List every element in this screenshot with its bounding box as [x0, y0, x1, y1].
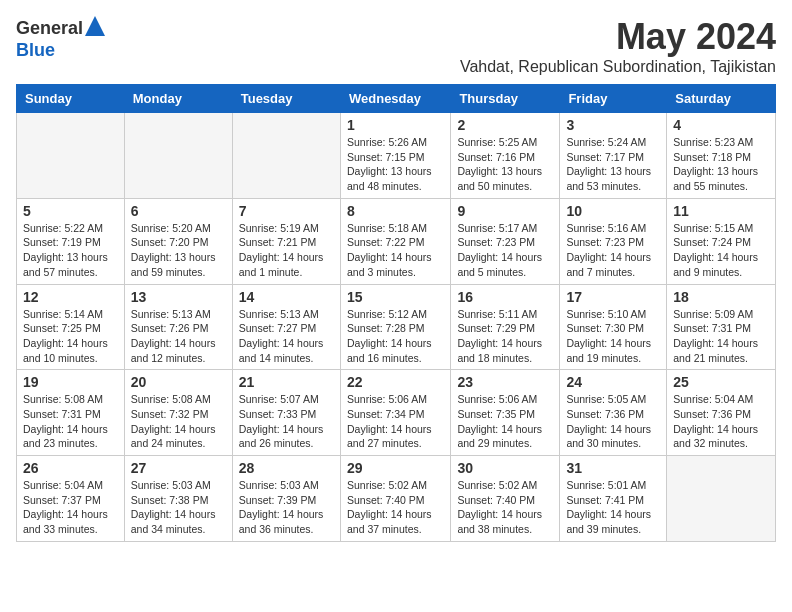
- header-wednesday: Wednesday: [340, 85, 450, 113]
- day-number: 2: [457, 117, 553, 133]
- day-cell-26: 26Sunrise: 5:04 AMSunset: 7:37 PMDayligh…: [17, 456, 125, 542]
- empty-cell: [124, 113, 232, 199]
- day-number: 13: [131, 289, 226, 305]
- day-cell-9: 9Sunrise: 5:17 AMSunset: 7:23 PMDaylight…: [451, 198, 560, 284]
- day-info: Sunrise: 5:16 AMSunset: 7:23 PMDaylight:…: [566, 221, 660, 280]
- day-info: Sunrise: 5:13 AMSunset: 7:26 PMDaylight:…: [131, 307, 226, 366]
- day-number: 14: [239, 289, 334, 305]
- day-number: 17: [566, 289, 660, 305]
- day-info: Sunrise: 5:06 AMSunset: 7:35 PMDaylight:…: [457, 392, 553, 451]
- header-thursday: Thursday: [451, 85, 560, 113]
- header-monday: Monday: [124, 85, 232, 113]
- logo-icon: [85, 16, 105, 36]
- day-info: Sunrise: 5:08 AMSunset: 7:32 PMDaylight:…: [131, 392, 226, 451]
- day-number: 31: [566, 460, 660, 476]
- empty-cell: [232, 113, 340, 199]
- page-header: General Blue May 2024 Vahdat, Republican…: [16, 16, 776, 76]
- day-number: 23: [457, 374, 553, 390]
- day-info: Sunrise: 5:03 AMSunset: 7:38 PMDaylight:…: [131, 478, 226, 537]
- day-number: 28: [239, 460, 334, 476]
- day-info: Sunrise: 5:12 AMSunset: 7:28 PMDaylight:…: [347, 307, 444, 366]
- day-cell-29: 29Sunrise: 5:02 AMSunset: 7:40 PMDayligh…: [340, 456, 450, 542]
- day-cell-24: 24Sunrise: 5:05 AMSunset: 7:36 PMDayligh…: [560, 370, 667, 456]
- month-title: May 2024: [460, 16, 776, 58]
- day-number: 25: [673, 374, 769, 390]
- day-info: Sunrise: 5:18 AMSunset: 7:22 PMDaylight:…: [347, 221, 444, 280]
- empty-cell: [667, 456, 776, 542]
- header-tuesday: Tuesday: [232, 85, 340, 113]
- calendar-header-row: SundayMondayTuesdayWednesdayThursdayFrid…: [17, 85, 776, 113]
- day-info: Sunrise: 5:17 AMSunset: 7:23 PMDaylight:…: [457, 221, 553, 280]
- day-cell-22: 22Sunrise: 5:06 AMSunset: 7:34 PMDayligh…: [340, 370, 450, 456]
- day-cell-7: 7Sunrise: 5:19 AMSunset: 7:21 PMDaylight…: [232, 198, 340, 284]
- week-row-1: 1Sunrise: 5:26 AMSunset: 7:15 PMDaylight…: [17, 113, 776, 199]
- title-block: May 2024 Vahdat, Republican Subordinatio…: [460, 16, 776, 76]
- day-number: 16: [457, 289, 553, 305]
- day-number: 8: [347, 203, 444, 219]
- day-info: Sunrise: 5:04 AMSunset: 7:36 PMDaylight:…: [673, 392, 769, 451]
- location-title: Vahdat, Republican Subordination, Tajiki…: [460, 58, 776, 76]
- day-info: Sunrise: 5:09 AMSunset: 7:31 PMDaylight:…: [673, 307, 769, 366]
- day-info: Sunrise: 5:04 AMSunset: 7:37 PMDaylight:…: [23, 478, 118, 537]
- day-cell-30: 30Sunrise: 5:02 AMSunset: 7:40 PMDayligh…: [451, 456, 560, 542]
- header-sunday: Sunday: [17, 85, 125, 113]
- week-row-2: 5Sunrise: 5:22 AMSunset: 7:19 PMDaylight…: [17, 198, 776, 284]
- svg-marker-0: [85, 16, 105, 36]
- day-cell-11: 11Sunrise: 5:15 AMSunset: 7:24 PMDayligh…: [667, 198, 776, 284]
- day-info: Sunrise: 5:06 AMSunset: 7:34 PMDaylight:…: [347, 392, 444, 451]
- header-saturday: Saturday: [667, 85, 776, 113]
- header-friday: Friday: [560, 85, 667, 113]
- day-cell-21: 21Sunrise: 5:07 AMSunset: 7:33 PMDayligh…: [232, 370, 340, 456]
- day-info: Sunrise: 5:25 AMSunset: 7:16 PMDaylight:…: [457, 135, 553, 194]
- day-number: 9: [457, 203, 553, 219]
- day-number: 29: [347, 460, 444, 476]
- day-number: 20: [131, 374, 226, 390]
- day-cell-13: 13Sunrise: 5:13 AMSunset: 7:26 PMDayligh…: [124, 284, 232, 370]
- week-row-5: 26Sunrise: 5:04 AMSunset: 7:37 PMDayligh…: [17, 456, 776, 542]
- day-info: Sunrise: 5:01 AMSunset: 7:41 PMDaylight:…: [566, 478, 660, 537]
- logo-general: General: [16, 18, 83, 39]
- week-row-3: 12Sunrise: 5:14 AMSunset: 7:25 PMDayligh…: [17, 284, 776, 370]
- day-info: Sunrise: 5:11 AMSunset: 7:29 PMDaylight:…: [457, 307, 553, 366]
- day-cell-1: 1Sunrise: 5:26 AMSunset: 7:15 PMDaylight…: [340, 113, 450, 199]
- day-number: 22: [347, 374, 444, 390]
- day-cell-12: 12Sunrise: 5:14 AMSunset: 7:25 PMDayligh…: [17, 284, 125, 370]
- day-number: 30: [457, 460, 553, 476]
- day-number: 12: [23, 289, 118, 305]
- day-info: Sunrise: 5:08 AMSunset: 7:31 PMDaylight:…: [23, 392, 118, 451]
- day-info: Sunrise: 5:26 AMSunset: 7:15 PMDaylight:…: [347, 135, 444, 194]
- day-info: Sunrise: 5:05 AMSunset: 7:36 PMDaylight:…: [566, 392, 660, 451]
- day-cell-25: 25Sunrise: 5:04 AMSunset: 7:36 PMDayligh…: [667, 370, 776, 456]
- logo-blue: Blue: [16, 40, 55, 61]
- day-cell-6: 6Sunrise: 5:20 AMSunset: 7:20 PMDaylight…: [124, 198, 232, 284]
- logo: General Blue: [16, 16, 105, 61]
- day-cell-20: 20Sunrise: 5:08 AMSunset: 7:32 PMDayligh…: [124, 370, 232, 456]
- day-cell-16: 16Sunrise: 5:11 AMSunset: 7:29 PMDayligh…: [451, 284, 560, 370]
- day-info: Sunrise: 5:03 AMSunset: 7:39 PMDaylight:…: [239, 478, 334, 537]
- day-info: Sunrise: 5:22 AMSunset: 7:19 PMDaylight:…: [23, 221, 118, 280]
- week-row-4: 19Sunrise: 5:08 AMSunset: 7:31 PMDayligh…: [17, 370, 776, 456]
- day-number: 11: [673, 203, 769, 219]
- day-number: 15: [347, 289, 444, 305]
- day-info: Sunrise: 5:07 AMSunset: 7:33 PMDaylight:…: [239, 392, 334, 451]
- day-cell-4: 4Sunrise: 5:23 AMSunset: 7:18 PMDaylight…: [667, 113, 776, 199]
- day-info: Sunrise: 5:13 AMSunset: 7:27 PMDaylight:…: [239, 307, 334, 366]
- day-cell-27: 27Sunrise: 5:03 AMSunset: 7:38 PMDayligh…: [124, 456, 232, 542]
- day-number: 24: [566, 374, 660, 390]
- day-number: 10: [566, 203, 660, 219]
- day-cell-23: 23Sunrise: 5:06 AMSunset: 7:35 PMDayligh…: [451, 370, 560, 456]
- day-cell-19: 19Sunrise: 5:08 AMSunset: 7:31 PMDayligh…: [17, 370, 125, 456]
- day-cell-2: 2Sunrise: 5:25 AMSunset: 7:16 PMDaylight…: [451, 113, 560, 199]
- day-info: Sunrise: 5:15 AMSunset: 7:24 PMDaylight:…: [673, 221, 769, 280]
- day-cell-8: 8Sunrise: 5:18 AMSunset: 7:22 PMDaylight…: [340, 198, 450, 284]
- day-cell-3: 3Sunrise: 5:24 AMSunset: 7:17 PMDaylight…: [560, 113, 667, 199]
- day-number: 5: [23, 203, 118, 219]
- day-number: 21: [239, 374, 334, 390]
- day-number: 1: [347, 117, 444, 133]
- day-number: 26: [23, 460, 118, 476]
- day-info: Sunrise: 5:24 AMSunset: 7:17 PMDaylight:…: [566, 135, 660, 194]
- day-info: Sunrise: 5:19 AMSunset: 7:21 PMDaylight:…: [239, 221, 334, 280]
- calendar-table: SundayMondayTuesdayWednesdayThursdayFrid…: [16, 84, 776, 542]
- day-cell-14: 14Sunrise: 5:13 AMSunset: 7:27 PMDayligh…: [232, 284, 340, 370]
- day-number: 18: [673, 289, 769, 305]
